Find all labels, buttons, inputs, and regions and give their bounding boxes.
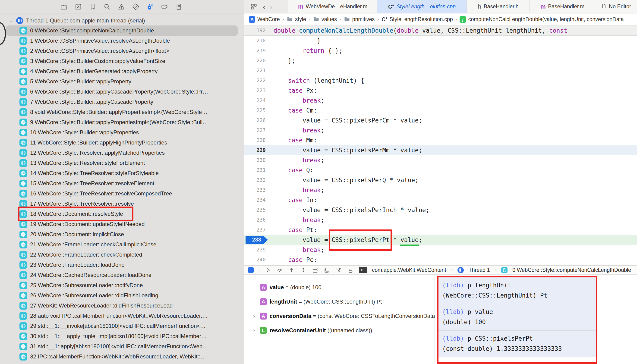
line-number[interactable]: 230 bbox=[244, 157, 269, 163]
stack-frame-11[interactable]: 11 WebCore::Style::Builder::applyHighPri… bbox=[0, 138, 244, 148]
related-items-icon[interactable] bbox=[250, 2, 258, 11]
folder-icon[interactable] bbox=[60, 2, 68, 11]
stack-frame-20[interactable]: 20 WebCore::Document::implicitClose bbox=[0, 229, 244, 240]
line-number[interactable]: 240 bbox=[244, 257, 269, 262]
tab-no-editor[interactable]: No Editor bbox=[595, 0, 637, 13]
chevron-down-icon[interactable]: ⌄ bbox=[9, 18, 14, 23]
source-editor[interactable]: 192double computeNonCalcLengthDouble(dou… bbox=[244, 26, 637, 265]
stack-frame-21[interactable]: 21 WebCore::FrameLoader::checkCallImplic… bbox=[0, 240, 244, 250]
stack-frame-25[interactable]: 25 WebCore::SubresourceLoader::notifyDon… bbox=[0, 280, 244, 290]
breakpoint-capsule-icon[interactable] bbox=[160, 2, 169, 11]
toggle-breakpoints-button[interactable] bbox=[247, 266, 254, 274]
line-number[interactable]: 231 bbox=[244, 167, 269, 173]
step-over-button[interactable] bbox=[276, 266, 283, 274]
disclosure-chevron-icon[interactable]: › bbox=[251, 327, 257, 334]
variable-row-conversionData[interactable]: ›AconversionData = (const WebCore::CSSTo… bbox=[244, 309, 435, 323]
stack-frame-14[interactable]: 14 WebCore::Style::TreeResolver::styleFo… bbox=[0, 168, 244, 178]
line-number[interactable]: 236 bbox=[244, 217, 269, 223]
stack-frame-2[interactable]: 2 WebCore::CSSPrimitiveValue::resolveAsL… bbox=[0, 46, 244, 56]
variable-row-value[interactable]: Avalue = (double) 100 bbox=[244, 280, 435, 294]
line-number[interactable]: 223 bbox=[244, 88, 269, 93]
stack-frame-6[interactable]: 6 WebCore::Style::Builder::applyCascadeP… bbox=[0, 86, 244, 97]
lldb-console[interactable]: (lldb) p lengthUnit(WebCore::CSS::Length… bbox=[435, 274, 637, 364]
line-number[interactable]: 233 bbox=[244, 187, 269, 193]
line-number[interactable]: 224 bbox=[244, 98, 269, 103]
back-button[interactable]: ‹ bbox=[263, 3, 265, 11]
line-number[interactable]: 229 bbox=[244, 147, 269, 153]
stack-frame-1[interactable]: 1 WebCore::CSSPrimitiveValue::resolveAsL… bbox=[0, 36, 244, 46]
report-icon[interactable] bbox=[175, 2, 183, 11]
stack-frame-3[interactable]: 3 WebCore::Style::BuilderCustom::applyVa… bbox=[0, 56, 244, 66]
line-number[interactable]: 220 bbox=[244, 58, 269, 64]
stack-frame-5[interactable]: 5 WebCore::Style::Builder::applyProperty bbox=[0, 76, 244, 86]
stack-frame-17[interactable]: 17 WebCore::Style::TreeResolver::resolve bbox=[0, 199, 244, 209]
step-into-button[interactable] bbox=[288, 266, 295, 274]
stack-frame-24[interactable]: 24 WebCore::CachedResourceLoader::loadDo… bbox=[0, 270, 244, 280]
line-number[interactable]: 232 bbox=[244, 177, 269, 183]
line-number[interactable]: 235 bbox=[244, 207, 269, 213]
thread-header[interactable]: ⌄ Thread 1 Queue: com.apple.main-thread … bbox=[0, 14, 244, 26]
line-number[interactable]: 239 bbox=[244, 247, 269, 252]
stack-frame-26[interactable]: 26 WebCore::SubresourceLoader::didFinish… bbox=[0, 290, 244, 300]
line-number[interactable]: 226 bbox=[244, 118, 269, 123]
stack-frame-13[interactable]: 13 WebCore::Style::Resolver::styleForEle… bbox=[0, 158, 244, 168]
stack-frame-19[interactable]: 19 WebCore::Document::updateStyleIfNeede… bbox=[0, 219, 244, 229]
breadcrumb-item-webcore[interactable]: AWebCore bbox=[249, 16, 280, 23]
line-number[interactable]: 221 bbox=[244, 68, 269, 74]
search-icon[interactable] bbox=[103, 2, 111, 11]
stack-frame-15[interactable]: 15 WebCore::Style::TreeResolver::resolve… bbox=[0, 178, 244, 188]
stack-frame-8[interactable]: 8 void WebCore::Style::Builder::applyPro… bbox=[0, 107, 244, 117]
line-number[interactable]: 234 bbox=[244, 197, 269, 203]
breadcrumb-item-computenoncalclengthdouble[interactable]: fcomputeNonCalcLengthDouble(value, lengt… bbox=[460, 16, 623, 23]
tab-stylelength-olution-cpp[interactable]: C+StyleLength…olution.cpp bbox=[377, 0, 467, 13]
line-number[interactable]: 227 bbox=[244, 127, 269, 133]
disclosure-chevron-icon[interactable]: › bbox=[251, 313, 257, 319]
debug-breadcrumb-thread[interactable]: Thread 1 bbox=[469, 267, 490, 273]
stack-frame-31[interactable]: 31 std::__1::apply[abi:sn180100]<void IP… bbox=[0, 341, 244, 352]
line-number[interactable]: 218 bbox=[244, 38, 269, 44]
line-number[interactable]: 219 bbox=[244, 48, 269, 54]
warning-icon[interactable] bbox=[117, 2, 126, 11]
debug-memory-graph-button[interactable] bbox=[335, 266, 342, 274]
bookmark-icon[interactable] bbox=[89, 2, 97, 11]
debug-breadcrumb-frame[interactable]: 0 WebCore::Style::computeNonCalcLengthDo… bbox=[512, 267, 631, 273]
stack-frame-23[interactable]: 23 WebCore::FrameLoader::loadDone bbox=[0, 260, 244, 270]
test-diamond-icon[interactable] bbox=[132, 2, 140, 11]
stack-frame-9[interactable]: 9 WebCore::Style::Builder::applyProperti… bbox=[0, 117, 244, 127]
line-number[interactable]: 225 bbox=[244, 108, 269, 113]
forward-button[interactable]: › bbox=[270, 3, 272, 11]
breadcrumb-item-stylelengthresolution.cpp[interactable]: C+StyleLengthResolution.cpp bbox=[381, 16, 453, 23]
variable-row-resolveContainerUnit[interactable]: ›LresolveContainerUnit ((unnamed class)) bbox=[244, 323, 435, 338]
stack-frame-28[interactable]: 28 auto void IPC::callMemberFunction<Web… bbox=[0, 311, 244, 321]
stack-frame-30[interactable]: 30 std::__1::__apply_tuple_impl[abi:sn18… bbox=[0, 331, 244, 341]
continue-button[interactable] bbox=[264, 266, 271, 274]
breakpoint-x-icon[interactable] bbox=[74, 2, 83, 11]
line-number[interactable]: 237 bbox=[244, 227, 269, 233]
stack-frame-27[interactable]: 27 WebKit::WebResourceLoader::didFinishR… bbox=[0, 300, 244, 311]
tab-basehandler-m[interactable]: mBaseHandler.m bbox=[530, 0, 595, 13]
view-stack-frames-button[interactable] bbox=[312, 266, 319, 274]
stack-frame-18[interactable]: 18 WebCore::Document::resolveStyle bbox=[0, 209, 244, 219]
breadcrumb-item-primitives[interactable]: primitives bbox=[344, 16, 375, 24]
step-out-button[interactable] bbox=[300, 266, 307, 274]
debug-spray-icon[interactable] bbox=[146, 2, 154, 11]
tab-basehandler-h[interactable]: hBaseHandler.h bbox=[467, 0, 530, 13]
variable-row-lengthUnit[interactable]: AlengthUnit = (WebCore::CSS::LengthUnit)… bbox=[244, 294, 435, 309]
line-number[interactable]: 228 bbox=[244, 137, 269, 143]
stack-frame-32[interactable]: 32 IPC::callMemberFunction<WebKit::WebRe… bbox=[0, 352, 244, 362]
simulate-location-button[interactable] bbox=[347, 266, 354, 274]
debug-view-hierarchy-button[interactable] bbox=[323, 266, 330, 274]
stack-frame-22[interactable]: 22 WebCore::FrameLoader::checkCompleted bbox=[0, 250, 244, 260]
breadcrumb-item-style[interactable]: style bbox=[287, 16, 306, 24]
stack-frame-29[interactable]: 29 std::__1::__invoke[abi:sn180100]<void… bbox=[0, 321, 244, 331]
stack-frame-4[interactable]: 4 WebCore::Style::BuilderGenerated::appl… bbox=[0, 66, 244, 76]
stack-frame-12[interactable]: 12 WebCore::Style::Resolver::applyMatche… bbox=[0, 148, 244, 158]
stack-frame-16[interactable]: 16 WebCore::Style::TreeResolver::resolve… bbox=[0, 188, 244, 199]
stack-frame-0[interactable]: 0 WebCore::Style::computeNonCalcLengthDo… bbox=[6, 26, 238, 36]
tab-webviewde-ehandler-m[interactable]: mWebViewDe…eHandler.m bbox=[288, 0, 377, 13]
debug-breadcrumb-process[interactable]: com.apple.WebKit.WebContent bbox=[372, 267, 446, 273]
line-number[interactable]: 222 bbox=[244, 78, 269, 83]
breakpoint-badge[interactable]: 238 bbox=[246, 236, 268, 244]
stack-frame-10[interactable]: 10 WebCore::Style::Builder::applyPropert… bbox=[0, 127, 244, 138]
stack-frame-7[interactable]: 7 WebCore::Style::Builder::applyCascadeP… bbox=[0, 97, 244, 107]
